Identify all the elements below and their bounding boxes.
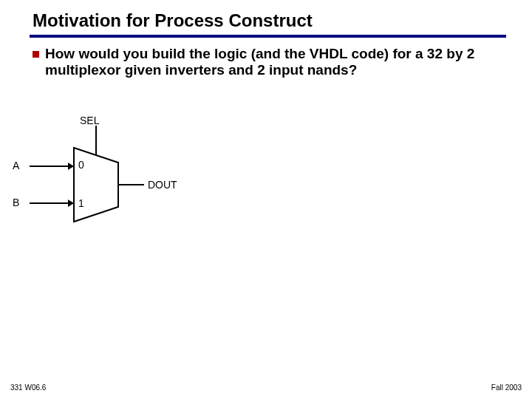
- mux-in1-label: 1: [78, 197, 84, 209]
- page-title: Motivation for Process Construct: [33, 10, 505, 31]
- title-underline: [30, 35, 506, 38]
- footer-left: 331 W06.6: [10, 383, 46, 392]
- footer-right: Fall 2003: [491, 383, 522, 392]
- mux-in0-label: 0: [78, 159, 84, 171]
- mux-diagram: SEL A B 0 1 DOUT: [0, 118, 222, 259]
- svg-marker-4: [68, 200, 74, 207]
- mux-out-label: DOUT: [148, 179, 177, 191]
- body: How would you build the logic (and the V…: [33, 46, 505, 79]
- mux-a-label: A: [13, 160, 19, 171]
- question-text: How would you build the logic (and the V…: [45, 46, 505, 79]
- mux-sel-label: SEL: [80, 115, 99, 126]
- mux-b-label: B: [13, 197, 19, 208]
- question-bullet: How would you build the logic (and the V…: [33, 46, 505, 79]
- svg-marker-2: [68, 163, 74, 170]
- bullet-square-icon: [33, 51, 39, 58]
